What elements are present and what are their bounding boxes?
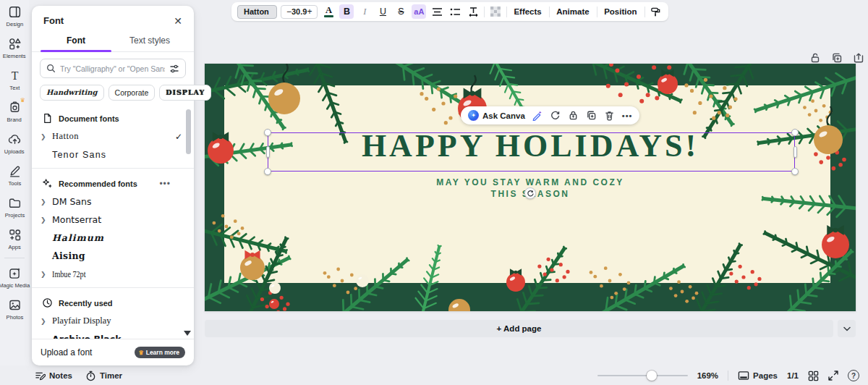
more-options-icon[interactable]: ••• (622, 111, 633, 120)
section-document-fonts: Document fonts (32, 108, 194, 127)
close-icon[interactable]: ✕ (174, 16, 182, 26)
font-panel-tabs: Font Text styles (32, 30, 194, 52)
lock-icon[interactable] (568, 110, 579, 122)
add-page-expand-button[interactable] (838, 320, 856, 337)
chip-display[interactable]: DISPLAY (159, 85, 211, 101)
strikethrough-button[interactable]: S (393, 4, 408, 19)
font-row-montserrat[interactable]: ❯ Montserrat (32, 211, 194, 229)
sidebar-item-apps[interactable]: Apps (0, 223, 29, 255)
effects-button[interactable]: Effects (510, 7, 545, 16)
transparency-button[interactable] (488, 4, 503, 19)
font-row-hatton[interactable]: ❯ Hatton ✓ (32, 127, 194, 145)
chip-corporate[interactable]: Corporate (109, 85, 156, 101)
resize-handle-bottom-left[interactable] (264, 168, 271, 175)
font-row-tenor-sans[interactable]: Tenor Sans (32, 145, 194, 164)
font-row-archivo-black[interactable]: Archivo Black (32, 330, 194, 339)
crown-icon: ♛ (20, 97, 25, 103)
magic-write-icon[interactable] (532, 110, 543, 122)
add-page-button[interactable]: + Add page (205, 320, 833, 337)
alignment-button[interactable] (430, 4, 444, 19)
font-search[interactable] (40, 59, 186, 78)
text-color-button[interactable]: A (321, 4, 336, 19)
chevron-right-icon[interactable]: ❯ (41, 198, 52, 206)
font-size-stepper: − 30.9 + (281, 5, 318, 19)
animate-button[interactable]: Animate (553, 7, 592, 16)
chevron-right-icon[interactable]: ❯ (41, 318, 52, 325)
add-page-above-icon[interactable] (852, 51, 864, 64)
font-panel-title: Font (43, 15, 64, 26)
increase-size-button[interactable]: + (307, 7, 312, 17)
sidebar-item-photos[interactable]: Photos (0, 293, 29, 325)
pages-button[interactable]: Pages (738, 371, 778, 381)
font-name-field[interactable]: Hatton (237, 5, 277, 19)
sidebar-item-design[interactable]: Design (0, 0, 29, 32)
unlock-icon[interactable] (809, 51, 821, 64)
transparency-icon (490, 7, 501, 17)
help-button[interactable]: ? (848, 370, 859, 381)
delete-icon[interactable] (604, 110, 616, 122)
design-icon (8, 5, 22, 19)
divider (728, 371, 728, 381)
font-search-input[interactable] (60, 64, 165, 73)
chevron-right-icon[interactable]: ❯ (41, 271, 52, 278)
learn-more-button[interactable]: ♛ Learn more (135, 347, 185, 358)
design-canvas[interactable]: HAPPY HOLIDAYS! MAY YOU STAY WARM AND CO… (205, 64, 856, 311)
bold-button[interactable]: B (339, 4, 354, 19)
filter-icon[interactable] (169, 64, 179, 74)
sidebar-item-projects[interactable]: Projects (0, 191, 29, 223)
tab-text-styles[interactable]: Text styles (113, 30, 187, 51)
color-swatch (324, 15, 333, 17)
timer-button[interactable]: Timer (85, 371, 122, 381)
sidebar-item-uploads[interactable]: Uploads (0, 127, 29, 159)
notes-button[interactable]: Notes (35, 371, 72, 381)
resize-handle-right[interactable] (793, 146, 797, 158)
sidebar-item-tools[interactable]: Tools (0, 159, 29, 191)
zoom-slider-knob[interactable] (647, 371, 657, 381)
grid-view-icon (808, 371, 819, 381)
scroll-down-icon[interactable] (184, 331, 191, 336)
more-options-icon[interactable]: ••• (159, 179, 184, 189)
italic-button[interactable]: I (357, 4, 372, 19)
zoom-slider[interactable] (597, 371, 688, 381)
font-row-dm-sans[interactable]: ❯ DM Sans (32, 192, 194, 211)
resize-handle-top-right[interactable] (791, 129, 799, 136)
duplicate-icon[interactable] (586, 110, 597, 122)
resize-handle-bottom-right[interactable] (791, 168, 799, 175)
chevron-right-icon[interactable]: ❯ (41, 216, 52, 224)
upload-font-button[interactable]: Upload a font (41, 347, 92, 358)
spacing-button[interactable] (466, 4, 480, 19)
chevron-right-icon[interactable]: ❯ (41, 133, 52, 140)
zoom-level[interactable]: 169% (697, 371, 718, 380)
selection-box[interactable] (268, 132, 795, 172)
grid-view-button[interactable] (808, 371, 819, 381)
decrease-size-button[interactable]: − (286, 7, 292, 17)
resize-handle-left[interactable] (266, 146, 270, 158)
sidebar-item-text[interactable]: T Text (0, 64, 29, 96)
scrollbar-thumb[interactable] (186, 109, 191, 154)
sidebar-item-elements[interactable]: Elements (0, 32, 29, 64)
sidebar-item-brand[interactable]: ♛ Brand (0, 96, 29, 127)
text-case-button[interactable]: aA (412, 4, 426, 19)
tab-font[interactable]: Font (39, 30, 113, 51)
element-toolbar: ✦ Ask Canva ••• (461, 106, 639, 124)
divider (484, 7, 485, 17)
list-button[interactable] (448, 4, 462, 19)
font-row-halimum[interactable]: Halimum (32, 229, 194, 247)
chip-handwriting[interactable]: Handwriting (40, 85, 104, 101)
position-button[interactable]: Position (600, 7, 640, 16)
sidebar-item-magic-media[interactable]: Magic Media (0, 261, 29, 293)
font-size-value[interactable]: 30.9 (292, 7, 307, 16)
resize-handle-top-left[interactable] (264, 129, 271, 136)
font-filter-chips: Handwriting Corporate DISPLAY (40, 85, 186, 101)
fullscreen-button[interactable] (828, 371, 838, 381)
duplicate-page-icon[interactable] (830, 51, 843, 64)
subheading-line1[interactable]: MAY YOU STAY WARM AND COZY (205, 177, 856, 187)
regenerate-icon[interactable] (550, 110, 561, 122)
font-row-imbue[interactable]: ❯ Imbue 72pt (32, 265, 194, 283)
clock-icon (42, 297, 53, 308)
ask-canva-button[interactable]: ✦ Ask Canva (468, 110, 525, 121)
font-row-playfair-display[interactable]: ❯ Playfair Display (32, 312, 194, 330)
font-row-aising[interactable]: Aising (32, 247, 194, 265)
copy-style-button[interactable] (648, 4, 663, 19)
underline-button[interactable]: U (375, 4, 390, 19)
